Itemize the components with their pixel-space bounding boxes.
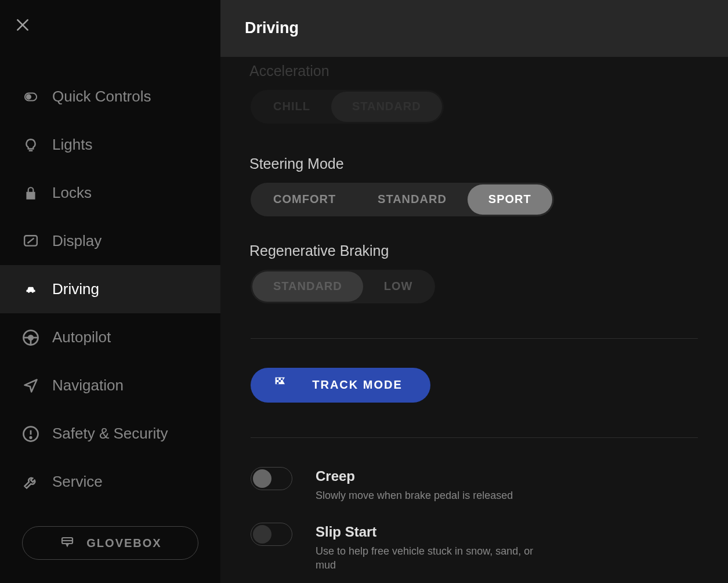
content: Acceleration CHILL STANDARD Steering Mod… <box>220 57 728 583</box>
sidebar-item-label: Safety & Security <box>52 425 168 443</box>
sidebar-item-label: Service <box>52 473 103 491</box>
steering-sport[interactable]: SPORT <box>468 184 552 215</box>
sidebar-item-label: Display <box>52 232 102 250</box>
svg-point-3 <box>27 95 31 99</box>
alert-icon <box>22 425 39 443</box>
sidebar-item-label: Quick Controls <box>52 88 151 106</box>
sidebar-item-label: Navigation <box>52 376 124 394</box>
slip-row: Slip Start Use to help free vehicle stuc… <box>251 523 704 572</box>
creep-desc: Slowly move when brake pedal is released <box>316 489 513 502</box>
sidebar-item-label: Locks <box>52 184 92 202</box>
steering-label: Steering Mode <box>249 155 704 172</box>
regen-standard[interactable]: STANDARD <box>252 271 363 302</box>
main-panel: Driving Acceleration CHILL STANDARD Stee… <box>220 0 728 583</box>
sidebar-item-label: Driving <box>52 280 99 298</box>
steering-comfort[interactable]: COMFORT <box>252 184 357 215</box>
nav-list: Quick Controls Lights Locks Display Driv… <box>0 73 220 509</box>
sidebar-item-quick-controls[interactable]: Quick Controls <box>0 73 220 121</box>
acceleration-standard[interactable]: STANDARD <box>331 92 442 122</box>
slip-toggle[interactable] <box>251 523 292 546</box>
steering-wheel-icon <box>22 329 39 346</box>
sidebar-item-navigation[interactable]: Navigation <box>0 361 220 410</box>
page-title: Driving <box>245 19 299 37</box>
slip-desc: Use to help free vehicle stuck in snow, … <box>316 545 548 572</box>
sidebar-item-autopilot[interactable]: Autopilot <box>0 313 220 361</box>
svg-point-7 <box>28 335 33 340</box>
steering-standard[interactable]: STANDARD <box>357 184 468 215</box>
sidebar-item-safety[interactable]: Safety & Security <box>0 410 220 458</box>
glovebox-button[interactable]: GLOVEBOX <box>22 526 198 560</box>
steering-selector: COMFORT STANDARD SPORT <box>251 183 554 216</box>
track-mode-label: TRACK MODE <box>312 378 403 392</box>
flag-icon <box>273 375 289 394</box>
svg-rect-19 <box>277 382 279 385</box>
sidebar-item-service[interactable]: Service <box>0 458 220 506</box>
acceleration-label: Acceleration <box>249 63 704 79</box>
wrench-icon <box>22 473 39 491</box>
regen-selector: STANDARD LOW <box>251 270 435 303</box>
acceleration-selector: CHILL STANDARD <box>251 90 444 124</box>
header: Driving <box>220 0 728 57</box>
creep-toggle[interactable] <box>251 467 292 490</box>
arrow-icon <box>22 377 39 394</box>
toggle-knob <box>253 525 271 544</box>
svg-point-13 <box>30 437 32 439</box>
sidebar-item-label: Autopilot <box>52 328 111 346</box>
divider <box>251 437 698 438</box>
glovebox-icon <box>59 535 76 552</box>
divider <box>251 338 698 339</box>
track-mode-button[interactable]: TRACK MODE <box>251 368 430 403</box>
svg-line-5 <box>28 238 34 243</box>
lock-icon <box>22 184 39 202</box>
slip-title: Slip Start <box>316 524 548 540</box>
toggle-knob <box>253 469 271 488</box>
glovebox-label: GLOVEBOX <box>86 537 161 550</box>
display-icon <box>22 233 39 250</box>
sidebar-item-driving[interactable]: Driving <box>0 265 220 313</box>
close-button[interactable] <box>15 17 32 35</box>
toggle-icon <box>22 88 39 106</box>
sidebar-item-locks[interactable]: Locks <box>0 169 220 217</box>
sidebar: Quick Controls Lights Locks Display Driv… <box>0 0 220 583</box>
sidebar-item-label: Lights <box>52 136 92 154</box>
svg-rect-17 <box>281 378 283 381</box>
creep-title: Creep <box>316 468 513 484</box>
regen-label: Regenerative Braking <box>249 242 704 259</box>
sidebar-item-display[interactable]: Display <box>0 217 220 265</box>
creep-row: Creep Slowly move when brake pedal is re… <box>251 467 704 502</box>
regen-low[interactable]: LOW <box>363 271 434 302</box>
acceleration-chill[interactable]: CHILL <box>252 92 331 122</box>
bulb-icon <box>22 136 39 154</box>
svg-rect-16 <box>277 378 279 381</box>
sidebar-item-lights[interactable]: Lights <box>0 121 220 169</box>
svg-rect-18 <box>279 380 281 382</box>
car-icon <box>22 281 39 298</box>
